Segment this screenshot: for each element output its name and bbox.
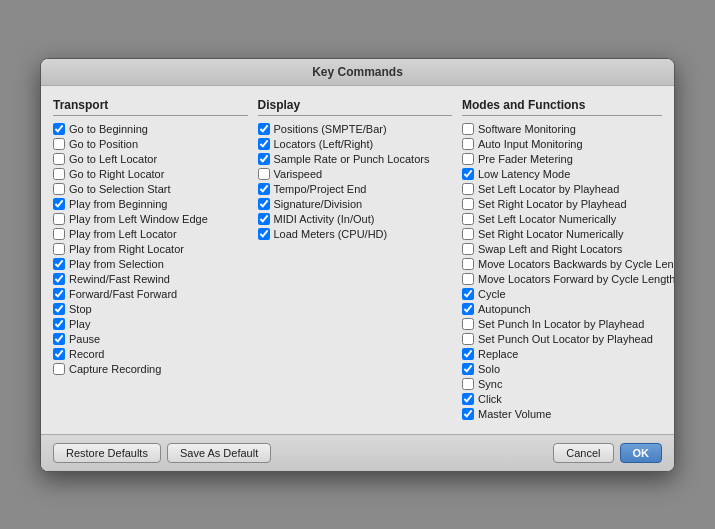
list-item: Rewind/Fast Rewind [53, 272, 248, 287]
list-item: Play from Left Locator [53, 227, 248, 242]
display-items: Positions (SMPTE/Bar)Locators (Left/Righ… [258, 122, 453, 242]
checkbox-label: Locators (Left/Right) [274, 138, 374, 150]
checkbox[interactable] [53, 303, 65, 315]
checkbox[interactable] [462, 303, 474, 315]
checkbox[interactable] [53, 258, 65, 270]
checkbox[interactable] [53, 348, 65, 360]
checkbox[interactable] [53, 213, 65, 225]
checkbox[interactable] [462, 123, 474, 135]
list-item: Set Right Locator by Playhead [462, 197, 662, 212]
list-item: Move Locators Backwards by Cycle Length [462, 257, 662, 272]
list-item: Set Punch In Locator by Playhead [462, 317, 662, 332]
checkbox[interactable] [462, 333, 474, 345]
dialog-title: Key Commands [41, 59, 674, 86]
list-item: Replace [462, 347, 662, 362]
list-item: Stop [53, 302, 248, 317]
transport-header: Transport [53, 98, 248, 116]
checkbox[interactable] [53, 198, 65, 210]
checkbox-label: Load Meters (CPU/HD) [274, 228, 388, 240]
checkbox-label: Stop [69, 303, 92, 315]
checkbox[interactable] [462, 213, 474, 225]
checkbox[interactable] [462, 348, 474, 360]
ok-button[interactable]: OK [620, 443, 663, 463]
checkbox[interactable] [53, 168, 65, 180]
checkbox-label: Pre Fader Metering [478, 153, 573, 165]
checkbox[interactable] [53, 123, 65, 135]
checkbox[interactable] [462, 363, 474, 375]
checkbox-label: Set Left Locator by Playhead [478, 183, 619, 195]
checkbox[interactable] [53, 318, 65, 330]
list-item: Sample Rate or Punch Locators [258, 152, 453, 167]
checkbox[interactable] [53, 288, 65, 300]
checkbox-label: Tempo/Project End [274, 183, 367, 195]
footer-left: Restore Defaults Save As Default [53, 443, 271, 463]
list-item: Autopunch [462, 302, 662, 317]
checkbox[interactable] [462, 258, 474, 270]
checkbox[interactable] [258, 213, 270, 225]
checkbox[interactable] [462, 318, 474, 330]
checkbox-label: Auto Input Monitoring [478, 138, 583, 150]
checkbox[interactable] [53, 363, 65, 375]
display-header: Display [258, 98, 453, 116]
checkbox-label: Move Locators Forward by Cycle Length [478, 273, 675, 285]
dialog-body: Transport Go to BeginningGo to PositionG… [41, 86, 674, 434]
checkbox-label: Play from Beginning [69, 198, 167, 210]
checkbox[interactable] [258, 228, 270, 240]
list-item: Tempo/Project End [258, 182, 453, 197]
list-item: MIDI Activity (In/Out) [258, 212, 453, 227]
checkbox[interactable] [53, 138, 65, 150]
checkbox[interactable] [258, 153, 270, 165]
checkbox[interactable] [462, 153, 474, 165]
checkbox[interactable] [462, 393, 474, 405]
checkbox[interactable] [462, 378, 474, 390]
checkbox-label: Signature/Division [274, 198, 363, 210]
checkbox-label: Master Volume [478, 408, 551, 420]
list-item: Swap Left and Right Locators [462, 242, 662, 257]
checkbox[interactable] [258, 198, 270, 210]
list-item: Play from Right Locator [53, 242, 248, 257]
checkbox-label: Set Right Locator Numerically [478, 228, 624, 240]
checkbox[interactable] [462, 168, 474, 180]
checkbox[interactable] [53, 183, 65, 195]
display-column: Display Positions (SMPTE/Bar)Locators (L… [258, 98, 453, 422]
checkbox-label: Play from Right Locator [69, 243, 184, 255]
cancel-button[interactable]: Cancel [553, 443, 613, 463]
checkbox[interactable] [462, 273, 474, 285]
checkbox[interactable] [462, 198, 474, 210]
list-item: Positions (SMPTE/Bar) [258, 122, 453, 137]
list-item: Click [462, 392, 662, 407]
checkbox[interactable] [462, 228, 474, 240]
checkbox[interactable] [258, 138, 270, 150]
checkbox[interactable] [462, 288, 474, 300]
checkbox-label: Low Latency Mode [478, 168, 570, 180]
checkbox-label: Record [69, 348, 104, 360]
checkbox[interactable] [258, 183, 270, 195]
checkbox[interactable] [462, 138, 474, 150]
dialog-footer: Restore Defaults Save As Default Cancel … [41, 434, 674, 471]
list-item: Set Left Locator by Playhead [462, 182, 662, 197]
checkbox-label: Play from Left Locator [69, 228, 177, 240]
checkbox[interactable] [258, 123, 270, 135]
checkbox[interactable] [53, 243, 65, 255]
checkbox-label: Go to Right Locator [69, 168, 164, 180]
checkbox[interactable] [53, 228, 65, 240]
checkbox[interactable] [462, 408, 474, 420]
checkbox[interactable] [53, 333, 65, 345]
list-item: Sync [462, 377, 662, 392]
checkbox-label: Go to Selection Start [69, 183, 171, 195]
list-item: Software Monitoring [462, 122, 662, 137]
save-as-default-button[interactable]: Save As Default [167, 443, 271, 463]
checkbox[interactable] [53, 153, 65, 165]
checkbox[interactable] [462, 183, 474, 195]
checkbox-label: Replace [478, 348, 518, 360]
list-item: Pre Fader Metering [462, 152, 662, 167]
checkbox[interactable] [258, 168, 270, 180]
list-item: Signature/Division [258, 197, 453, 212]
list-item: Play from Selection [53, 257, 248, 272]
checkbox[interactable] [462, 243, 474, 255]
restore-defaults-button[interactable]: Restore Defaults [53, 443, 161, 463]
checkbox-label: Pause [69, 333, 100, 345]
checkbox[interactable] [53, 273, 65, 285]
checkbox-label: Play from Selection [69, 258, 164, 270]
checkbox-label: Go to Beginning [69, 123, 148, 135]
